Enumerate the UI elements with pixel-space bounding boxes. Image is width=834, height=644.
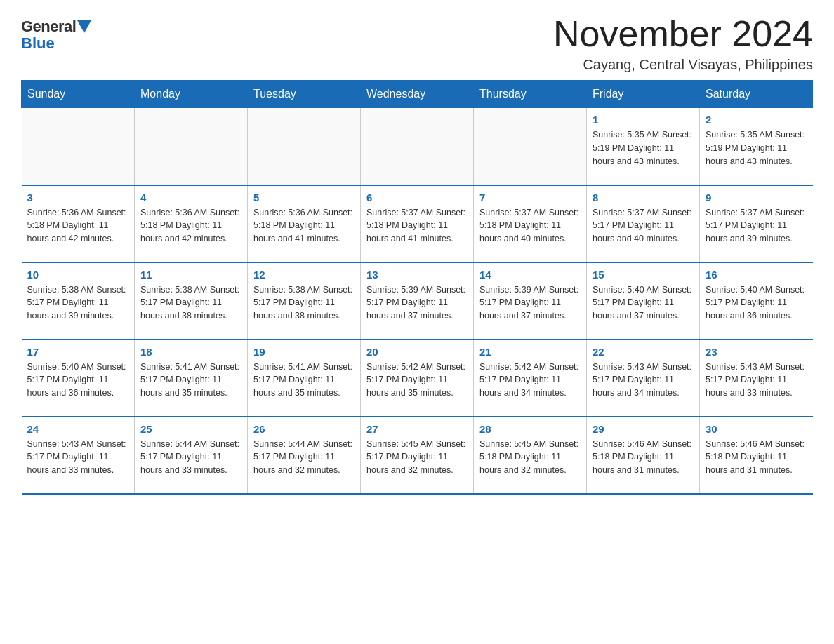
day-info: Sunrise: 5:46 AM Sunset: 5:18 PM Dayligh…: [593, 438, 694, 477]
calendar-cell: 15Sunrise: 5:40 AM Sunset: 5:17 PM Dayli…: [587, 262, 700, 340]
day-number: 19: [253, 346, 355, 358]
day-number: 25: [140, 423, 241, 435]
day-info: Sunrise: 5:43 AM Sunset: 5:17 PM Dayligh…: [27, 438, 129, 477]
calendar-cell: 6Sunrise: 5:37 AM Sunset: 5:18 PM Daylig…: [361, 185, 474, 262]
day-number: 29: [593, 423, 694, 435]
calendar-cell: 10Sunrise: 5:38 AM Sunset: 5:17 PM Dayli…: [22, 262, 135, 340]
day-number: 12: [253, 269, 355, 281]
calendar-cell: 13Sunrise: 5:39 AM Sunset: 5:17 PM Dayli…: [361, 262, 474, 340]
day-info: Sunrise: 5:40 AM Sunset: 5:17 PM Dayligh…: [593, 283, 694, 323]
calendar-cell: 16Sunrise: 5:40 AM Sunset: 5:17 PM Dayli…: [700, 262, 813, 340]
day-number: 5: [253, 192, 355, 203]
calendar-cell: 1Sunrise: 5:35 AM Sunset: 5:19 PM Daylig…: [587, 108, 700, 185]
day-info: Sunrise: 5:37 AM Sunset: 5:17 PM Dayligh…: [706, 206, 807, 246]
day-number: 15: [593, 269, 694, 281]
day-info: Sunrise: 5:38 AM Sunset: 5:17 PM Dayligh…: [27, 283, 129, 323]
calendar-body: 1Sunrise: 5:35 AM Sunset: 5:19 PM Daylig…: [22, 108, 813, 494]
calendar-week-row: 17Sunrise: 5:40 AM Sunset: 5:17 PM Dayli…: [22, 340, 813, 417]
calendar-week-row: 10Sunrise: 5:38 AM Sunset: 5:17 PM Dayli…: [22, 262, 813, 340]
day-number: 14: [479, 269, 581, 281]
calendar-cell: 17Sunrise: 5:40 AM Sunset: 5:17 PM Dayli…: [22, 340, 135, 417]
calendar-cell: 4Sunrise: 5:36 AM Sunset: 5:18 PM Daylig…: [135, 185, 248, 262]
day-info: Sunrise: 5:38 AM Sunset: 5:17 PM Dayligh…: [140, 283, 241, 323]
day-number: 1: [593, 114, 694, 126]
day-info: Sunrise: 5:36 AM Sunset: 5:18 PM Dayligh…: [27, 206, 129, 246]
day-number: 2: [706, 114, 807, 126]
day-number: 3: [27, 192, 129, 203]
calendar-week-row: 24Sunrise: 5:43 AM Sunset: 5:17 PM Dayli…: [22, 417, 813, 494]
day-info: Sunrise: 5:35 AM Sunset: 5:19 PM Dayligh…: [706, 128, 807, 168]
header-wednesday: Wednesday: [361, 81, 474, 108]
weekday-header-row: Sunday Monday Tuesday Wednesday Thursday…: [22, 81, 813, 108]
calendar-cell: 18Sunrise: 5:41 AM Sunset: 5:17 PM Dayli…: [135, 340, 248, 417]
calendar-cell: 28Sunrise: 5:45 AM Sunset: 5:18 PM Dayli…: [474, 417, 587, 494]
header-tuesday: Tuesday: [248, 81, 361, 108]
calendar-cell: 20Sunrise: 5:42 AM Sunset: 5:17 PM Dayli…: [361, 340, 474, 417]
calendar-cell: 21Sunrise: 5:42 AM Sunset: 5:17 PM Dayli…: [474, 340, 587, 417]
day-info: Sunrise: 5:42 AM Sunset: 5:17 PM Dayligh…: [366, 361, 468, 400]
calendar-cell: [361, 108, 474, 185]
title-section: November 2024 Cayang, Central Visayas, P…: [553, 14, 813, 73]
day-number: 13: [366, 269, 468, 281]
day-info: Sunrise: 5:43 AM Sunset: 5:17 PM Dayligh…: [593, 361, 694, 400]
day-number: 28: [479, 423, 581, 435]
day-info: Sunrise: 5:46 AM Sunset: 5:18 PM Dayligh…: [706, 438, 807, 477]
calendar-header: Sunday Monday Tuesday Wednesday Thursday…: [22, 81, 813, 108]
day-number: 8: [593, 192, 694, 203]
day-number: 6: [366, 192, 468, 203]
day-info: Sunrise: 5:35 AM Sunset: 5:19 PM Dayligh…: [593, 128, 694, 168]
day-number: 20: [366, 346, 468, 358]
calendar-cell: 24Sunrise: 5:43 AM Sunset: 5:17 PM Dayli…: [22, 417, 135, 494]
header-saturday: Saturday: [700, 81, 813, 108]
logo-blue-text: Blue: [21, 36, 55, 51]
day-info: Sunrise: 5:43 AM Sunset: 5:17 PM Dayligh…: [706, 361, 807, 400]
calendar-cell: 22Sunrise: 5:43 AM Sunset: 5:17 PM Dayli…: [587, 340, 700, 417]
day-number: 18: [140, 346, 241, 358]
logo: General Blue: [21, 14, 91, 51]
calendar-cell: 19Sunrise: 5:41 AM Sunset: 5:17 PM Dayli…: [248, 340, 361, 417]
calendar-week-row: 1Sunrise: 5:35 AM Sunset: 5:19 PM Daylig…: [22, 108, 813, 185]
calendar-cell: 12Sunrise: 5:38 AM Sunset: 5:17 PM Dayli…: [248, 262, 361, 340]
calendar-cell: 14Sunrise: 5:39 AM Sunset: 5:17 PM Dayli…: [474, 262, 587, 340]
logo-triangle-icon: [77, 20, 91, 33]
day-number: 11: [140, 269, 241, 281]
day-info: Sunrise: 5:39 AM Sunset: 5:17 PM Dayligh…: [479, 283, 581, 323]
calendar-cell: 8Sunrise: 5:37 AM Sunset: 5:17 PM Daylig…: [587, 185, 700, 262]
day-number: 27: [366, 423, 468, 435]
day-number: 16: [706, 269, 807, 281]
day-info: Sunrise: 5:40 AM Sunset: 5:17 PM Dayligh…: [706, 283, 807, 323]
calendar-cell: 30Sunrise: 5:46 AM Sunset: 5:18 PM Dayli…: [700, 417, 813, 494]
day-info: Sunrise: 5:44 AM Sunset: 5:17 PM Dayligh…: [253, 438, 355, 477]
day-number: 23: [706, 346, 807, 358]
calendar-cell: [22, 108, 135, 185]
day-number: 24: [27, 423, 129, 435]
calendar-title: November 2024: [553, 14, 813, 54]
day-number: 26: [253, 423, 355, 435]
calendar-cell: 11Sunrise: 5:38 AM Sunset: 5:17 PM Dayli…: [135, 262, 248, 340]
calendar-cell: 26Sunrise: 5:44 AM Sunset: 5:17 PM Dayli…: [248, 417, 361, 494]
day-number: 10: [27, 269, 129, 281]
header-sunday: Sunday: [22, 81, 135, 108]
day-info: Sunrise: 5:45 AM Sunset: 5:17 PM Dayligh…: [366, 438, 468, 477]
calendar-week-row: 3Sunrise: 5:36 AM Sunset: 5:18 PM Daylig…: [22, 185, 813, 262]
day-info: Sunrise: 5:41 AM Sunset: 5:17 PM Dayligh…: [140, 361, 241, 400]
calendar-cell: 9Sunrise: 5:37 AM Sunset: 5:17 PM Daylig…: [700, 185, 813, 262]
day-info: Sunrise: 5:42 AM Sunset: 5:17 PM Dayligh…: [479, 361, 581, 400]
calendar-cell: [135, 108, 248, 185]
day-number: 17: [27, 346, 129, 358]
day-info: Sunrise: 5:36 AM Sunset: 5:18 PM Dayligh…: [140, 206, 241, 246]
day-number: 30: [706, 423, 807, 435]
calendar-cell: 25Sunrise: 5:44 AM Sunset: 5:17 PM Dayli…: [135, 417, 248, 494]
day-number: 9: [706, 192, 807, 203]
calendar-cell: 23Sunrise: 5:43 AM Sunset: 5:17 PM Dayli…: [700, 340, 813, 417]
day-info: Sunrise: 5:44 AM Sunset: 5:17 PM Dayligh…: [140, 438, 241, 477]
calendar-table: Sunday Monday Tuesday Wednesday Thursday…: [21, 80, 813, 495]
calendar-cell: [474, 108, 587, 185]
calendar-cell: 2Sunrise: 5:35 AM Sunset: 5:19 PM Daylig…: [700, 108, 813, 185]
day-info: Sunrise: 5:40 AM Sunset: 5:17 PM Dayligh…: [27, 361, 129, 400]
day-number: 21: [479, 346, 581, 358]
calendar-cell: 7Sunrise: 5:37 AM Sunset: 5:18 PM Daylig…: [474, 185, 587, 262]
day-info: Sunrise: 5:37 AM Sunset: 5:18 PM Dayligh…: [366, 206, 468, 246]
header-monday: Monday: [135, 81, 248, 108]
day-info: Sunrise: 5:39 AM Sunset: 5:17 PM Dayligh…: [366, 283, 468, 323]
